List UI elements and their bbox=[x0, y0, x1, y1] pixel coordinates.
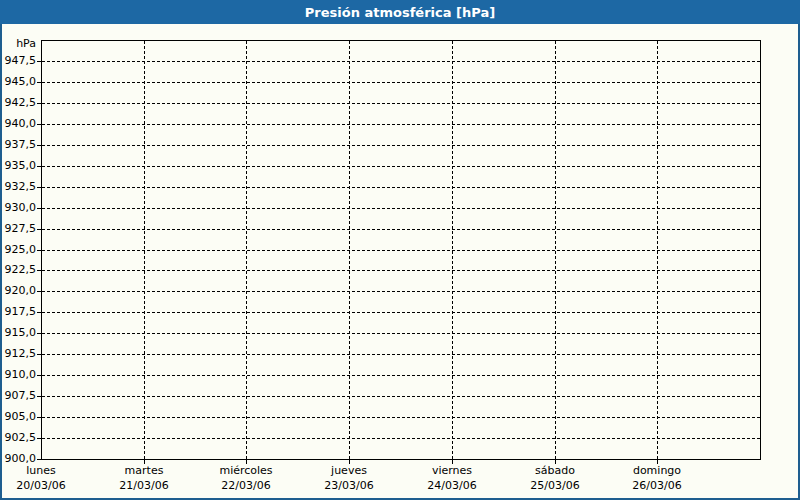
y-gridline bbox=[42, 187, 760, 188]
y-gridline bbox=[42, 333, 760, 334]
y-gridline bbox=[42, 61, 760, 62]
chart-canvas: 947,5945,0942,5940,0937,5935,0932,5930,0… bbox=[0, 24, 800, 500]
y-gridline bbox=[42, 291, 760, 292]
y-gridline bbox=[42, 417, 760, 418]
x-axis-day-label: jueves bbox=[289, 464, 409, 478]
y-gridline bbox=[42, 270, 760, 271]
x-gridline bbox=[657, 41, 658, 459]
y-tick-mark bbox=[37, 438, 41, 439]
y-gridline bbox=[42, 166, 760, 167]
chart-title: Presión atmosférica [hPa] bbox=[305, 5, 495, 20]
y-tick-mark bbox=[37, 270, 41, 271]
x-axis-date-label: 24/03/06 bbox=[392, 479, 512, 493]
y-gridline bbox=[42, 438, 760, 439]
x-gridline bbox=[452, 41, 453, 459]
x-axis-day-label: miércoles bbox=[186, 464, 306, 478]
x-gridline bbox=[349, 41, 350, 459]
chart-window: Presión atmosférica [hPa] 947,5945,0942,… bbox=[0, 0, 800, 500]
y-tick-mark bbox=[37, 396, 41, 397]
y-tick-mark bbox=[37, 166, 41, 167]
y-axis-tick-label: 942,5 bbox=[0, 96, 36, 110]
y-gridline bbox=[42, 208, 760, 209]
x-gridline bbox=[246, 41, 247, 459]
x-gridline bbox=[555, 41, 556, 459]
y-axis-tick-label: 940,0 bbox=[0, 117, 36, 131]
y-gridline bbox=[42, 124, 760, 125]
y-axis-tick-label: 927,5 bbox=[0, 222, 36, 236]
y-tick-mark bbox=[37, 459, 41, 460]
y-axis-tick-label: 915,0 bbox=[0, 326, 36, 340]
y-axis-tick-label: 905,0 bbox=[0, 410, 36, 424]
x-axis-date-label: 26/03/06 bbox=[597, 479, 717, 493]
y-gridline bbox=[42, 396, 760, 397]
y-axis-tick-label: 920,0 bbox=[0, 284, 36, 298]
y-axis-tick-label: 902,5 bbox=[0, 431, 36, 445]
y-axis-tick-label: 922,5 bbox=[0, 263, 36, 277]
y-tick-mark bbox=[37, 124, 41, 125]
y-tick-mark bbox=[37, 103, 41, 104]
y-gridline bbox=[42, 250, 760, 251]
y-tick-mark bbox=[37, 375, 41, 376]
y-axis-tick-label: 925,0 bbox=[0, 243, 36, 257]
y-gridline bbox=[42, 354, 760, 355]
y-axis-tick-label: 930,0 bbox=[0, 201, 36, 215]
chart-title-bar: Presión atmosférica [hPa] bbox=[0, 0, 800, 24]
x-axis-date-label: 22/03/06 bbox=[186, 479, 306, 493]
y-tick-mark bbox=[37, 229, 41, 230]
y-axis-unit-label: hPa bbox=[0, 37, 36, 51]
y-axis-tick-label: 935,0 bbox=[0, 159, 36, 173]
y-tick-mark bbox=[37, 291, 41, 292]
y-axis-tick-label: 937,5 bbox=[0, 138, 36, 152]
y-tick-mark bbox=[37, 250, 41, 251]
y-axis-tick-label: 947,5 bbox=[0, 54, 36, 68]
y-tick-mark bbox=[37, 187, 41, 188]
y-tick-mark bbox=[37, 82, 41, 83]
y-tick-mark bbox=[37, 312, 41, 313]
y-axis-tick-label: 932,5 bbox=[0, 180, 36, 194]
y-gridline bbox=[42, 82, 760, 83]
y-axis-tick-label: 945,0 bbox=[0, 75, 36, 89]
y-axis-tick-label: 910,0 bbox=[0, 368, 36, 382]
y-tick-mark bbox=[37, 145, 41, 146]
y-gridline bbox=[42, 312, 760, 313]
y-tick-mark bbox=[37, 333, 41, 334]
y-gridline bbox=[42, 103, 760, 104]
y-axis-tick-label: 912,5 bbox=[0, 347, 36, 361]
y-tick-mark bbox=[37, 208, 41, 209]
y-tick-mark bbox=[37, 417, 41, 418]
y-axis-tick-label: 907,5 bbox=[0, 389, 36, 403]
y-gridline bbox=[42, 375, 760, 376]
y-gridline bbox=[42, 145, 760, 146]
x-axis-day-label: domingo bbox=[597, 464, 717, 478]
x-gridline bbox=[144, 41, 145, 459]
y-tick-mark bbox=[37, 61, 41, 62]
y-gridline bbox=[42, 229, 760, 230]
x-axis-date-label: 23/03/06 bbox=[289, 479, 409, 493]
x-axis-day-label: viernes bbox=[392, 464, 512, 478]
y-axis-tick-label: 917,5 bbox=[0, 305, 36, 319]
y-tick-mark bbox=[37, 354, 41, 355]
